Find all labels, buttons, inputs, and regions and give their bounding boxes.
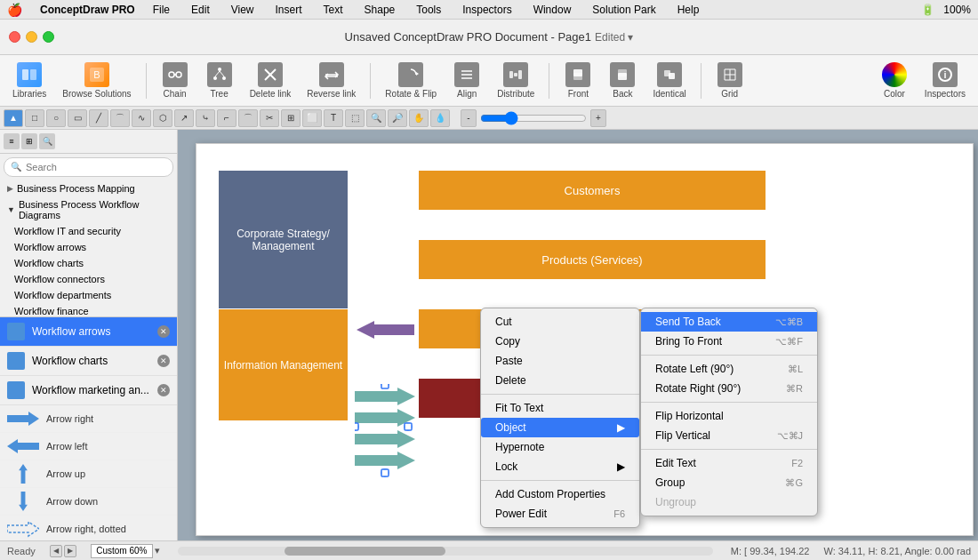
purple-arrow[interactable] [357, 317, 414, 342]
maximize-button[interactable] [43, 31, 54, 43]
zoom-out-tool[interactable]: 🔎 [388, 109, 407, 127]
bezier-tool[interactable]: ∿ [132, 109, 151, 127]
panel-view-icon-3[interactable]: 🔍 [39, 133, 55, 149]
tree-item-wd[interactable]: Workflow departments [0, 287, 177, 303]
reverse-link-button[interactable]: Reverse link [301, 59, 361, 102]
lib-close-wc[interactable]: ✕ [157, 355, 170, 367]
tree-item-wc[interactable]: Workflow charts [0, 255, 177, 271]
grid-button[interactable]: Grid [710, 59, 750, 102]
ctx-paste[interactable]: Paste [481, 351, 639, 371]
shape-arrow-left[interactable]: Arrow left [0, 433, 177, 460]
menu-solution-park[interactable]: Solution Park [589, 4, 659, 16]
zoom-slider[interactable] [480, 113, 587, 124]
ctx-group[interactable]: Group ⌘G [641, 473, 817, 492]
menu-file[interactable]: File [149, 4, 173, 16]
conn-curved-tool[interactable]: ⤷ [196, 109, 215, 127]
zoom-in-btn[interactable]: + [590, 109, 606, 127]
next-page-btn[interactable]: ▶ [64, 545, 76, 557]
tree-item-wa[interactable]: Workflow arrows [0, 239, 177, 255]
tree-item-wit[interactable]: Workflow IT and security [0, 223, 177, 239]
lib-close-wa[interactable]: ✕ [157, 325, 170, 338]
canvas-area[interactable]: Corporate Strategy/ Management Customers… [178, 130, 978, 540]
shape-arrow-right-dotted[interactable]: Arrow right, dotted [0, 516, 177, 541]
menu-view[interactable]: View [228, 4, 258, 16]
tree-item-bpwd[interactable]: ▼ Business Process Workflow Diagrams [0, 196, 177, 223]
ctx-lock[interactable]: Lock ▶ [481, 457, 639, 476]
ctx-flip-v[interactable]: Flip Vertical ⌥⌘J [641, 426, 817, 445]
shape-arrow-right[interactable]: Arrow right [0, 405, 177, 433]
tree-item-wcon[interactable]: Workflow connectors [0, 271, 177, 287]
color-button[interactable]: Color [875, 59, 914, 102]
library-workflow-arrows[interactable]: Workflow arrows ✕ [0, 317, 177, 347]
libraries-button[interactable]: Libraries [7, 59, 52, 102]
ctx-rotate-right[interactable]: Rotate Right (90°) ⌘R [641, 379, 817, 398]
chain-button[interactable]: Chain [156, 59, 195, 102]
oval-tool[interactable]: ○ [46, 109, 66, 127]
crop-tool[interactable]: ✂ [260, 109, 279, 127]
connector-tool[interactable]: ↗ [174, 109, 194, 127]
ctx-edit-text[interactable]: Edit Text F2 [641, 453, 817, 473]
zoom-in-tool[interactable]: 🔍 [366, 109, 386, 127]
edited-indicator[interactable]: Edited ▾ [595, 31, 633, 44]
panel-view-icon-1[interactable]: ≡ [4, 133, 20, 149]
menu-tools[interactable]: Tools [413, 4, 445, 16]
ctx-bring-front[interactable]: Bring To Front ⌥⌘F [641, 332, 817, 351]
prev-page-btn[interactable]: ◀ [50, 545, 62, 557]
table-tool[interactable]: ⊞ [281, 109, 301, 127]
distribute-button[interactable]: Distribute [492, 59, 540, 102]
minimize-button[interactable] [26, 31, 37, 43]
front-button[interactable]: Front [558, 59, 597, 102]
ctx-cut[interactable]: Cut [481, 312, 639, 332]
align-button[interactable]: Align [447, 59, 486, 102]
ctx-delete[interactable]: Delete [481, 371, 639, 390]
scroll-thumb[interactable] [285, 547, 445, 556]
zoom-dropdown-icon[interactable]: ▾ [155, 545, 160, 556]
ctx-power-edit[interactable]: Power Edit F6 [481, 504, 639, 524]
select-tool[interactable]: ▲ [4, 109, 23, 127]
inspectors-button[interactable]: i Inspectors [919, 59, 971, 102]
info-mgmt-box[interactable]: Information Management [219, 309, 348, 420]
conn-ortho-tool[interactable]: ⌐ [217, 109, 236, 127]
menu-text[interactable]: Text [320, 4, 347, 16]
browse-solutions-button[interactable]: B Browse Solutions [57, 59, 136, 102]
apple-menu[interactable]: 🍎 [7, 3, 22, 17]
close-button[interactable] [9, 31, 20, 43]
search-input[interactable] [4, 157, 173, 177]
delete-link-button[interactable]: Delete link [244, 59, 297, 102]
back-button[interactable]: Back [603, 59, 642, 102]
customers-box[interactable]: Customers [419, 171, 766, 210]
tree-item-bpm[interactable]: ▶ Business Process Mapping [0, 180, 177, 196]
products-box[interactable]: Products (Services) [419, 240, 766, 279]
menu-insert[interactable]: Insert [272, 4, 306, 16]
arc-tool[interactable]: ⌒ [110, 109, 130, 127]
ctx-rotate-left[interactable]: Rotate Left (90°) ⌘L [641, 359, 817, 379]
conn-arc-tool[interactable]: ⌒ [238, 109, 258, 127]
menu-window[interactable]: Window [530, 4, 575, 16]
ctx-flip-h[interactable]: Flip Horizontal [641, 406, 817, 426]
shape-arrow-down[interactable]: Arrow down [0, 488, 177, 516]
menu-shape[interactable]: Shape [361, 4, 399, 16]
panel-view-icon-2[interactable]: ⊞ [21, 133, 37, 149]
menu-help[interactable]: Help [674, 4, 703, 16]
zoom-out-btn[interactable]: - [461, 109, 477, 127]
teal-arrows-selected[interactable] [355, 384, 415, 491]
hand-tool[interactable]: ✋ [409, 109, 429, 127]
lib-close-wma[interactable]: ✕ [157, 384, 170, 396]
tree-item-wf[interactable]: Workflow finance [0, 303, 177, 316]
rounded-rect-tool[interactable]: ▭ [68, 109, 87, 127]
library-workflow-marketing[interactable]: Workflow marketing an... ✕ [0, 376, 177, 405]
corp-strategy-box[interactable]: Corporate Strategy/ Management [219, 171, 348, 308]
menu-edit[interactable]: Edit [188, 4, 213, 16]
zoom-input[interactable] [91, 544, 153, 558]
eyedropper-tool[interactable]: 💧 [430, 109, 450, 127]
text-tool[interactable]: T [324, 109, 343, 127]
image-tool[interactable]: ⬚ [345, 109, 365, 127]
tree-button[interactable]: Tree [200, 59, 239, 102]
container-tool[interactable]: ⬜ [302, 109, 322, 127]
rect-tool[interactable]: □ [25, 109, 44, 127]
rotate-flip-button[interactable]: Rotate & Flip [380, 59, 442, 102]
ctx-hypernote[interactable]: Hypernote [481, 437, 639, 457]
library-workflow-charts[interactable]: Workflow charts ✕ [0, 347, 177, 376]
scroll-track[interactable] [178, 547, 713, 556]
ctx-object[interactable]: Object ▶ [481, 418, 639, 437]
